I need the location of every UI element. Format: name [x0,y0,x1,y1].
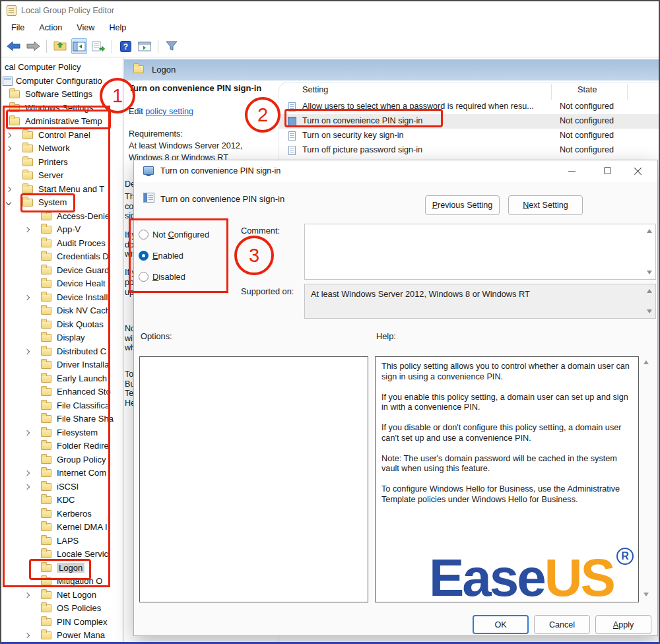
filter-icon[interactable] [164,38,180,54]
column-divider[interactable] [627,84,628,100]
setting-row[interactable]: Turn off picture password sign-inNot con… [279,143,660,158]
tree-item-access-denie[interactable]: Access-Denie [1,210,123,223]
tree-item-label[interactable]: Audit Proces [57,238,106,248]
tree-item-label[interactable]: Disk NV Cach [57,306,110,315]
ok-button[interactable]: OK [473,615,529,634]
expand-icon[interactable] [24,592,30,597]
previous-setting-button[interactable]: Previous Setting [425,195,500,215]
forward-icon[interactable] [25,38,41,54]
tree-item-label[interactable]: Access-Denie [57,211,110,221]
menu-file[interactable]: File [4,21,32,34]
tree-item-app-v[interactable]: App-V [1,223,123,236]
tree-item-windows-settings[interactable]: Windows Settings [1,102,123,115]
tree-item-label[interactable]: Device Guard [57,265,109,275]
tree-item-label[interactable]: Internet Com [57,468,106,478]
tree-item-label[interactable]: Server [38,170,63,180]
scroll-up-icon[interactable] [647,289,652,293]
tree-item-label[interactable]: Net Logon [57,590,96,600]
console-tree-icon[interactable] [71,38,87,54]
tree-item-disk-quotas[interactable]: Disk Quotas [1,318,123,331]
tree-item-label[interactable]: Device Healt [57,278,106,288]
radio-icon[interactable] [139,230,148,240]
radio-label[interactable]: Enabled [152,251,183,261]
tree-item-kernel-dma-i[interactable]: Kernel DMA I [1,521,123,534]
tree-item-control-panel[interactable]: Control Panel [1,129,123,142]
tree-item-label[interactable]: Device Install [57,292,108,302]
comment-field[interactable] [304,224,656,280]
tree-item-kerberos[interactable]: Kerberos [1,507,123,521]
expand-icon[interactable] [6,146,11,151]
radio-label[interactable]: Disabled [152,272,185,282]
setting-name[interactable]: Turn on convenience PIN sign-in [302,116,422,125]
setting-row[interactable]: Turn on convenience PIN sign-inNot confi… [279,114,660,129]
radio-icon[interactable] [139,272,148,282]
tree-item-driver-installa[interactable]: Driver Installa [1,358,123,371]
tree-item-folder-redire[interactable]: Folder Redire [1,439,123,453]
tree-item-label[interactable]: Control Panel [38,130,90,140]
expand-icon[interactable] [24,633,30,638]
expand-icon[interactable] [6,186,11,191]
tree-item-printers[interactable]: Printers [1,156,123,169]
column-divider[interactable] [551,84,552,100]
tree-item-label[interactable]: cal Computer Policy [5,62,81,72]
tree-item-label[interactable]: Locale Servic [57,549,108,559]
menu-action[interactable]: Action [32,21,69,34]
tree-item-label[interactable]: Distributed C [57,346,106,356]
setting-name[interactable]: Turn off picture password sign-in [302,145,422,154]
apply-button[interactable]: Apply [595,615,651,634]
tree-item-label[interactable]: Printers [38,157,68,167]
tree-item-os-policies[interactable]: OS Policies [1,602,123,615]
up-one-level-icon[interactable] [52,38,68,54]
tree-item-label[interactable]: OS Policies [57,603,101,613]
tree-item-system[interactable]: System [1,196,123,209]
tree-item-disk-nv-cach[interactable]: Disk NV Cach [1,304,123,317]
tree-item-group-policy[interactable]: Group Policy [1,453,123,467]
tree-item-power-mana[interactable]: Power Mana [1,629,123,642]
tree-item-label[interactable]: Administrative Temp [25,116,102,126]
tree-item-label[interactable]: Filesystem [57,428,98,437]
tree-item-label[interactable]: File Classifica [57,401,110,410]
scroll-down-icon[interactable] [647,309,652,313]
tree-item-label[interactable]: Network [38,143,70,153]
tree-item-pin-complex[interactable]: PIN Complex [1,616,123,629]
tree-item-label[interactable]: File Share Sha [57,414,114,424]
help-icon[interactable]: ? [117,38,133,54]
expand-icon[interactable] [24,484,30,489]
tree-item-internet-com[interactable]: Internet Com [1,467,123,480]
tree-item-device-healt[interactable]: Device Healt [1,277,123,290]
tree-item-label[interactable]: Driver Installa [57,360,109,370]
tree-item-filesystem[interactable]: Filesystem [1,426,123,439]
expand-icon[interactable] [6,132,11,137]
tree-item-device-install[interactable]: Device Install [1,291,123,304]
tree-item-credentials-d[interactable]: Credentials D [1,250,123,263]
collapse-icon[interactable] [6,200,11,205]
tree-item-mitigation-o[interactable]: Mitigation O [1,575,123,588]
next-setting-button[interactable]: Next Setting [508,195,583,215]
tree-item-label[interactable]: PIN Complex [57,617,108,627]
expand-icon[interactable] [24,227,30,232]
policy-setting-link[interactable]: policy setting [145,107,193,116]
tree-item-enhanced-sto[interactable]: Enhanced Sto [1,385,123,399]
tree-item-cal-computer-policy[interactable]: cal Computer Policy [1,61,123,74]
tree-item-locale-servic[interactable]: Locale Servic [1,548,123,561]
tree-item-audit-proces[interactable]: Audit Proces [1,237,123,250]
column-header-setting[interactable]: Setting [302,85,328,94]
tree-item-label[interactable]: Display [57,333,85,342]
cancel-button[interactable]: Cancel [534,615,590,634]
tree-item-label[interactable]: Folder Redire [57,441,109,451]
tree-item-label[interactable]: Credentials D [57,251,109,261]
tree-item-label[interactable]: Computer Configuratio [16,76,102,86]
maximize-icon[interactable] [604,167,611,174]
tree-item-distributed-c[interactable]: Distributed C [1,345,123,358]
tree-item-start-menu-and-t[interactable]: Start Menu and T [1,183,123,196]
setting-row[interactable]: Allow users to select when a password is… [279,100,660,114]
tree-item-file-classifica[interactable]: File Classifica [1,399,123,412]
tree-item-label[interactable]: Early Launch [57,373,107,383]
back-icon[interactable] [6,38,22,54]
tree-item-label[interactable]: KDC [57,495,75,505]
tree-item-label[interactable]: iSCSI [57,482,79,492]
tree-item-label[interactable]: LAPS [57,536,79,546]
tree-item-display[interactable]: Display [1,331,123,344]
tree-item-net-logon[interactable]: Net Logon [1,589,123,602]
setting-name[interactable]: Allow users to select when a password is… [302,102,534,111]
